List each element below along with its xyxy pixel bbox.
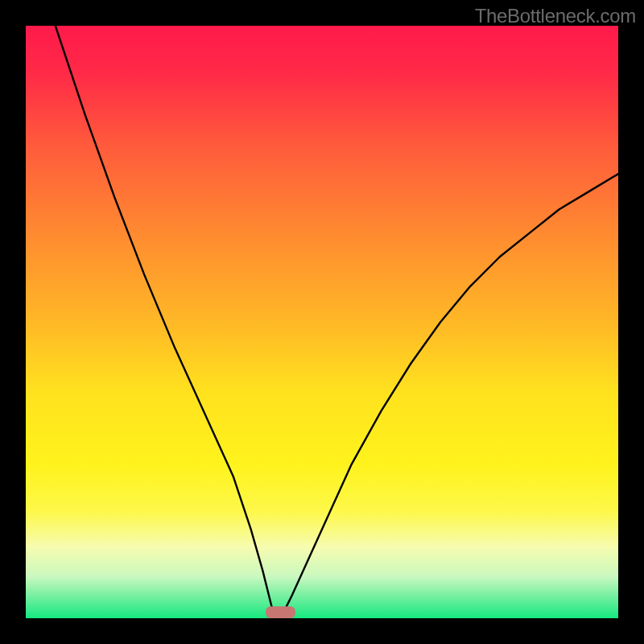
optimum-marker: [266, 606, 295, 618]
bottleneck-plot: [26, 26, 618, 618]
chart-frame: TheBottleneck.com: [0, 0, 644, 644]
watermark-text: TheBottleneck.com: [475, 5, 636, 27]
